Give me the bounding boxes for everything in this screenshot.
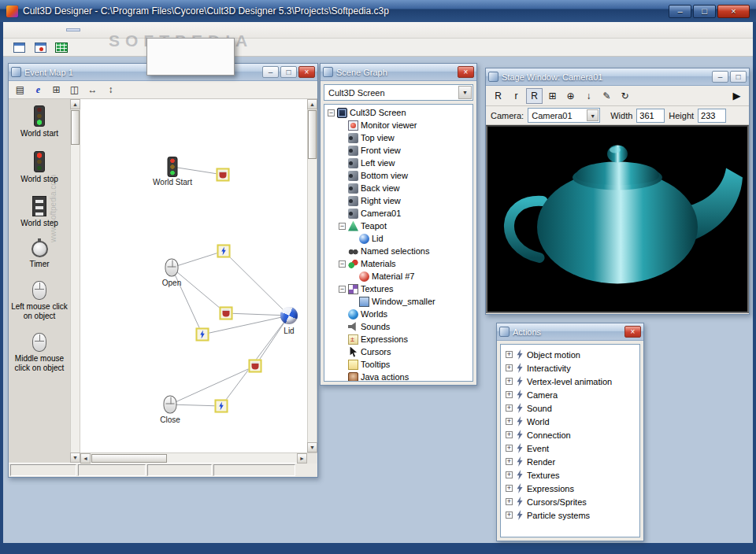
em-print-button[interactable]: ▤ — [12, 83, 28, 97]
chevron-down-icon[interactable]: ▼ — [458, 86, 472, 99]
tree-expander-icon[interactable]: − — [339, 286, 346, 293]
actions-titlebar[interactable]: Actions × — [497, 323, 643, 341]
em-e-button[interactable]: e — [30, 83, 46, 97]
tree-expander-icon[interactable]: + — [506, 512, 513, 519]
tree-expander-icon[interactable]: + — [506, 458, 513, 465]
tree-item-back-view[interactable]: Back view — [324, 182, 472, 194]
menu-item-file[interactable] — [9, 28, 24, 31]
draw-button[interactable]: ✎ — [598, 88, 615, 104]
orbit-button[interactable]: ↻ — [617, 88, 633, 104]
tree-expander-icon[interactable]: − — [328, 109, 335, 116]
tree-expander-icon[interactable]: − — [339, 223, 346, 230]
action-category-particle-systems[interactable]: + Particle systems — [502, 508, 638, 522]
palette-item-world-stop[interactable]: World stop — [10, 151, 69, 184]
scrollbar-thumb[interactable] — [71, 110, 80, 145]
action-category-connection[interactable]: + Connection — [502, 428, 638, 441]
action-category-cursors-sprites[interactable]: + Cursors/Sprites — [502, 495, 638, 508]
palette-item-timer[interactable]: Timer — [10, 241, 69, 269]
minimize-button[interactable]: – — [669, 5, 691, 18]
stage-titlebar[interactable]: Stage Window: Camera01 –□ — [486, 68, 749, 86]
action-category-world[interactable]: + World — [502, 415, 638, 428]
chevron-down-icon[interactable]: ▼ — [587, 109, 598, 121]
tree-expander-icon[interactable]: + — [506, 404, 513, 412]
action-category-textures[interactable]: + Textures — [502, 468, 638, 482]
palette-item-left-mouse-click-on-object[interactable]: Left mouse click on object — [10, 281, 69, 320]
scrollbar-thumb[interactable] — [308, 110, 317, 159]
pin-button[interactable]: ⊕ — [562, 88, 579, 104]
palette-item-world-step[interactable]: World step — [10, 196, 69, 228]
tree-item-lid[interactable]: Lid — [324, 232, 472, 245]
scene-graph-titlebar[interactable]: Scene Graph × — [321, 64, 476, 81]
drop-button[interactable]: ↓ — [580, 88, 597, 104]
minimize-button[interactable]: – — [712, 71, 728, 83]
close-button[interactable]: × — [624, 326, 641, 338]
tree-item-top-view[interactable]: Top view — [324, 131, 472, 144]
em-tree-h-button[interactable]: ⊞ — [48, 83, 65, 97]
action-category-event[interactable]: + Event — [502, 441, 638, 455]
tree-item-textures[interactable]: − Textures — [324, 283, 472, 295]
scroll-left-icon[interactable]: ◄ — [80, 453, 91, 464]
scene-root-dropdown[interactable]: Cult3D Screen ▼ — [324, 84, 473, 101]
tree-expander-icon[interactable]: + — [506, 485, 513, 492]
tree-expander-icon[interactable]: − — [339, 260, 346, 268]
tree-item-cult3d-screen[interactable]: − Cult3D Screen — [324, 106, 472, 119]
action-category-camera[interactable]: + Camera — [502, 388, 638, 401]
scroll-up-icon[interactable]: ▲ — [307, 99, 317, 109]
tree-item-material-7[interactable]: Material #7 — [324, 270, 472, 283]
maximize-button[interactable]: □ — [730, 71, 747, 83]
camera-select[interactable]: Camera01 ▼ — [528, 108, 600, 123]
tree-item-monitor-viewer[interactable]: Monitor viewer — [324, 119, 472, 131]
tree-item-teapot[interactable]: − Teapot — [324, 220, 472, 232]
scene-grid-button[interactable] — [52, 39, 71, 55]
action-category-vertex-level-animation[interactable]: + Vertex-level animation — [502, 375, 638, 388]
action-category-render[interactable]: + Render — [502, 455, 638, 468]
action-category-object-motion[interactable]: + Object motion — [502, 348, 638, 361]
tree-expander-icon[interactable]: + — [506, 378, 513, 385]
tree-item-left-view[interactable]: Left view — [324, 157, 472, 169]
tree-item-materials[interactable]: − Materials — [324, 257, 472, 270]
em-fit-v-button[interactable]: ↕ — [102, 83, 119, 97]
scroll-right-icon[interactable]: ► — [297, 453, 307, 464]
palette-scrollbar[interactable]: ▲ ▼ — [70, 99, 80, 463]
action-category-sound[interactable]: + Sound — [502, 401, 638, 415]
minimize-button[interactable]: – — [262, 66, 279, 78]
menu-popup-item-stop[interactable] — [149, 57, 232, 73]
palette-item-world-start[interactable]: World start — [10, 105, 69, 138]
tree-expander-icon[interactable]: + — [506, 391, 513, 398]
maximize-button[interactable]: □ — [693, 5, 716, 18]
stage-viewport[interactable] — [486, 125, 749, 313]
tree-item-tooltips[interactable]: Tooltips — [324, 358, 472, 371]
tree-item-window-smaller[interactable]: Window_smaller — [324, 295, 472, 308]
scroll-down-icon[interactable]: ▼ — [70, 452, 80, 463]
tree-expander-icon[interactable]: + — [506, 364, 513, 371]
scrollbar-thumb[interactable] — [91, 454, 167, 463]
height-field[interactable] — [698, 109, 726, 123]
main-titlebar[interactable]: Cult3D Designer - C:\Program Files\Cycor… — [0, 0, 756, 22]
close-button[interactable]: × — [717, 5, 750, 18]
play-button[interactable]: ▶ — [728, 88, 745, 104]
action-category-expressions[interactable]: + Expressions — [502, 482, 638, 495]
new-window-button[interactable] — [9, 39, 28, 55]
canvas-vscrollbar[interactable]: ▲ ▼ — [307, 99, 317, 452]
tree-item-named-selections[interactable]: Named selections — [324, 245, 472, 257]
tree-item-java-actions[interactable]: Java actions — [324, 371, 472, 382]
menu-item-view[interactable] — [24, 28, 38, 31]
tree-item-sounds[interactable]: Sounds — [324, 320, 472, 333]
em-fit-h-button[interactable]: ↔ — [84, 83, 101, 97]
rotate-small-button[interactable]: r — [508, 88, 524, 104]
tree-item-expressions[interactable]: Expressions — [324, 333, 472, 345]
maximize-button[interactable]: □ — [280, 66, 297, 78]
scroll-down-icon[interactable]: ▼ — [307, 442, 317, 452]
event-map-canvas[interactable]: World StartOpenLidClose — [80, 99, 307, 452]
tree-expander-icon[interactable]: + — [506, 351, 513, 358]
close-button[interactable]: × — [298, 66, 315, 78]
grid-button[interactable]: ⊞ — [544, 88, 561, 104]
rotate-reset-button[interactable]: R — [490, 88, 506, 104]
tree-expander-icon[interactable]: + — [506, 471, 513, 478]
tree-item-worlds[interactable]: Worlds — [324, 308, 472, 320]
tree-expander-icon[interactable]: + — [506, 445, 513, 452]
menu-item-preview[interactable] — [66, 28, 80, 31]
tree-expander-icon[interactable]: + — [506, 498, 513, 505]
tree-item-bottom-view[interactable]: Bottom view — [324, 169, 472, 182]
tree-expander-icon[interactable]: + — [506, 431, 513, 438]
